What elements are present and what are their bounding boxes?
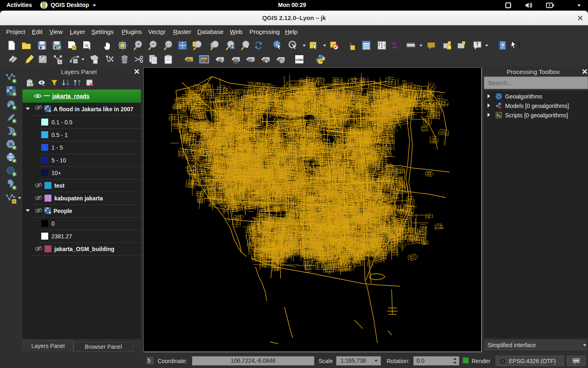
svg-text:1:1: 1:1 [167,43,171,46]
svg-text:W: W [9,142,13,146]
svg-text:ab: ab [202,58,205,61]
svg-text:abc: abc [186,58,192,62]
svg-text:CSW: CSW [296,58,303,62]
svg-text:?: ? [501,43,504,49]
svg-text:?: ? [517,41,520,49]
svg-text:Σ: Σ [392,40,398,50]
svg-text:T: T [476,42,479,47]
